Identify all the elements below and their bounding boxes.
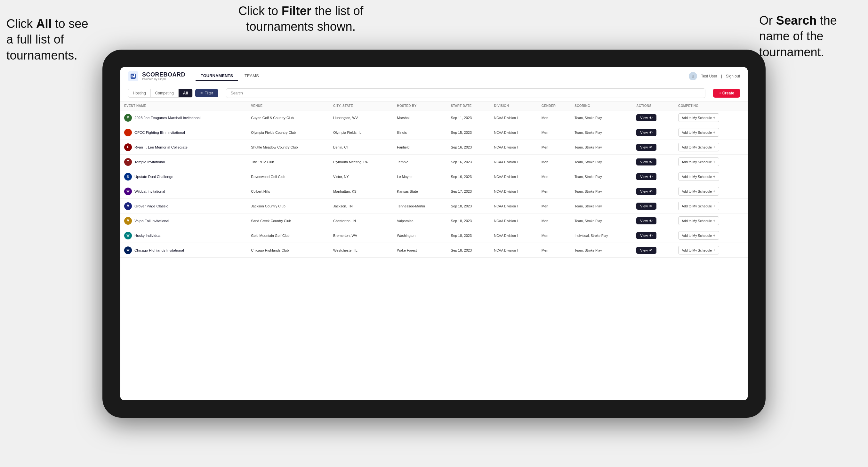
cell-gender: Men [538, 140, 571, 155]
table-row: F Ryan T. Lee Memorial Collegiate Shuttl… [120, 140, 748, 155]
cell-division: NCAA Division I [490, 243, 538, 258]
cell-gender: Men [538, 199, 571, 214]
sign-out-link[interactable]: Sign out [726, 74, 740, 79]
cell-scoring: Team, Stroke Play [571, 169, 632, 184]
eye-icon: 👁 [649, 219, 653, 223]
view-button[interactable]: View 👁 [636, 188, 656, 195]
cell-gender: Men [538, 228, 571, 243]
table-row: I OFCC Fighting Illini Invitational Olym… [120, 125, 748, 140]
add-to-schedule-button[interactable]: Add to My Schedule + [678, 113, 719, 122]
create-button[interactable]: + Create [713, 89, 740, 98]
add-label: Add to My Schedule [682, 189, 712, 193]
plus-icon: + [713, 189, 716, 194]
view-button[interactable]: View 👁 [636, 217, 656, 224]
cell-hosted-by: Le Moyne [393, 169, 447, 184]
cell-actions: View 👁 [632, 199, 674, 214]
tablet-screen: SCOREBOARD Powered by clippd TOURNAMENTS… [120, 67, 748, 400]
view-label: View [640, 175, 648, 179]
team-logo: I [124, 129, 132, 136]
search-box [226, 88, 706, 98]
table-row: V Grover Page Classic Jackson Country Cl… [120, 199, 748, 214]
view-label: View [640, 219, 648, 223]
add-to-schedule-button[interactable]: Add to My Schedule + [678, 157, 719, 166]
add-label: Add to My Schedule [682, 204, 712, 208]
cell-actions: View 👁 [632, 214, 674, 228]
col-division: DIVISION [490, 101, 538, 111]
cell-venue: Olympia Fields Country Club [247, 125, 329, 140]
view-button[interactable]: View 👁 [636, 232, 656, 239]
competing-btn[interactable]: Competing [151, 89, 179, 97]
cell-event-name: T Temple Invitational [120, 155, 247, 169]
cell-scoring: Team, Stroke Play [571, 155, 632, 169]
add-to-schedule-button[interactable]: Add to My Schedule + [678, 172, 719, 181]
cell-event-name: W Wildcat Invitational [120, 184, 247, 199]
search-input[interactable] [226, 88, 706, 98]
add-to-schedule-button[interactable]: Add to My Schedule + [678, 201, 719, 210]
cell-competing: Add to My Schedule + [674, 155, 748, 169]
view-button[interactable]: View 👁 [636, 158, 656, 165]
team-logo: F [124, 144, 132, 151]
plus-icon: + [713, 248, 716, 253]
eye-icon: 👁 [649, 189, 653, 193]
view-label: View [640, 145, 648, 149]
cell-gender: Men [538, 169, 571, 184]
view-button[interactable]: View 👁 [636, 144, 656, 151]
add-to-schedule-button[interactable]: Add to My Schedule + [678, 187, 719, 195]
cell-city-state: Victor, NY [329, 169, 393, 184]
cell-competing: Add to My Schedule + [674, 111, 748, 125]
col-hosted-by: HOSTED BY [393, 101, 447, 111]
cell-venue: Guyan Golf & Country Club [247, 111, 329, 125]
cell-venue: Ravenwood Golf Club [247, 169, 329, 184]
view-button[interactable]: View 👁 [636, 203, 656, 210]
view-button[interactable]: View 👁 [636, 247, 656, 254]
nav-tab-teams[interactable]: TEAMS [239, 71, 264, 81]
cell-competing: Add to My Schedule + [674, 184, 748, 199]
add-to-schedule-button[interactable]: Add to My Schedule + [678, 143, 719, 151]
hosting-btn[interactable]: Hosting [128, 89, 151, 97]
cell-division: NCAA Division I [490, 199, 538, 214]
view-label: View [640, 204, 648, 208]
cell-event-name: I OFCC Fighting Illini Invitational [120, 125, 247, 140]
view-button[interactable]: View 👁 [636, 173, 656, 180]
team-logo: V [124, 217, 132, 225]
view-button[interactable]: View 👁 [636, 114, 656, 121]
add-label: Add to My Schedule [682, 175, 712, 179]
all-btn[interactable]: All [179, 89, 192, 97]
view-label: View [640, 248, 648, 252]
cell-city-state: Huntington, WV [329, 111, 393, 125]
cell-start-date: Sep 18, 2023 [447, 214, 490, 228]
col-competing: COMPETING [674, 101, 748, 111]
cell-scoring: Team, Stroke Play [571, 199, 632, 214]
col-gender: GENDER [538, 101, 571, 111]
cell-city-state: Bremerton, WA [329, 228, 393, 243]
plus-icon: + [713, 130, 716, 135]
event-name-text: 2023 Joe Feaganes Marshall Invitational [134, 116, 201, 120]
cell-actions: View 👁 [632, 140, 674, 155]
nav-tab-tournaments[interactable]: TOURNAMENTS [195, 71, 238, 81]
add-to-schedule-button[interactable]: Add to My Schedule + [678, 216, 719, 225]
add-to-schedule-button[interactable]: Add to My Schedule + [678, 246, 719, 254]
eye-icon: 👁 [649, 204, 653, 208]
cell-hosted-by: Illinois [393, 125, 447, 140]
team-logo: W [124, 188, 132, 195]
view-label: View [640, 131, 648, 134]
add-label: Add to My Schedule [682, 234, 712, 238]
event-name-text: OFCC Fighting Illini Invitational [134, 131, 185, 134]
cell-hosted-by: Temple [393, 155, 447, 169]
add-to-schedule-button[interactable]: Add to My Schedule + [678, 128, 719, 137]
cell-event-name: W Husky Individual [120, 228, 247, 243]
cell-event-name: M 2023 Joe Feaganes Marshall Invitationa… [120, 111, 247, 125]
table-row: M 2023 Joe Feaganes Marshall Invitationa… [120, 111, 748, 125]
view-label: View [640, 189, 648, 193]
add-to-schedule-button[interactable]: Add to My Schedule + [678, 231, 719, 240]
filter-button[interactable]: ≡ Filter [195, 89, 218, 97]
view-button[interactable]: View 👁 [636, 129, 656, 136]
cell-competing: Add to My Schedule + [674, 169, 748, 184]
cell-venue: Gold Mountain Golf Club [247, 228, 329, 243]
table-row: W Wildcat Invitational Colbert Hills Man… [120, 184, 748, 199]
main-nav: TOURNAMENTS TEAMS [195, 71, 689, 81]
cell-city-state: Chesterton, IN [329, 214, 393, 228]
cell-venue: The 1912 Club [247, 155, 329, 169]
cell-actions: View 👁 [632, 125, 674, 140]
eye-icon: 👁 [649, 145, 653, 149]
